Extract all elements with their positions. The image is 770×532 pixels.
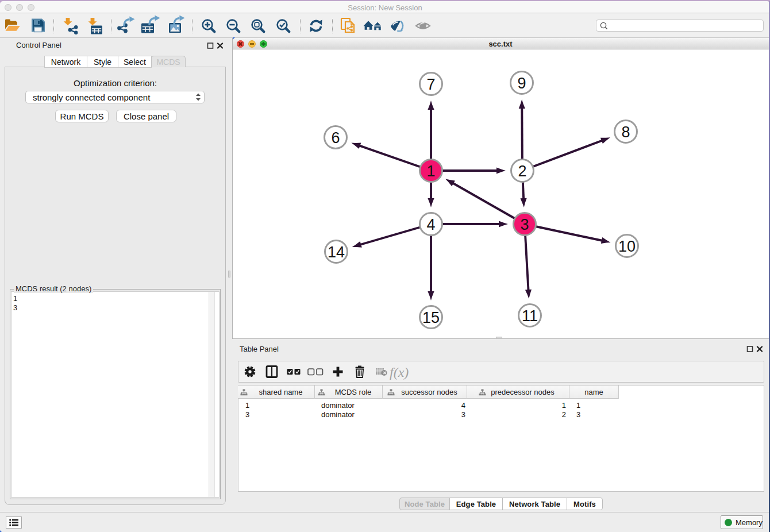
- svg-text:6: 6: [331, 129, 340, 147]
- svg-text:11: 11: [522, 307, 538, 325]
- svg-text:7: 7: [426, 76, 435, 93]
- svg-text:4: 4: [426, 216, 435, 233]
- svg-text:14: 14: [328, 244, 345, 261]
- svg-text:2: 2: [518, 163, 526, 180]
- svg-text:1: 1: [426, 163, 435, 180]
- svg-text:3: 3: [520, 216, 529, 233]
- svg-text:8: 8: [621, 124, 630, 141]
- svg-text:15: 15: [422, 309, 440, 326]
- svg-text:10: 10: [618, 238, 636, 255]
- svg-text:9: 9: [517, 75, 526, 92]
- svg-text:f(x): f(x): [390, 365, 409, 380]
